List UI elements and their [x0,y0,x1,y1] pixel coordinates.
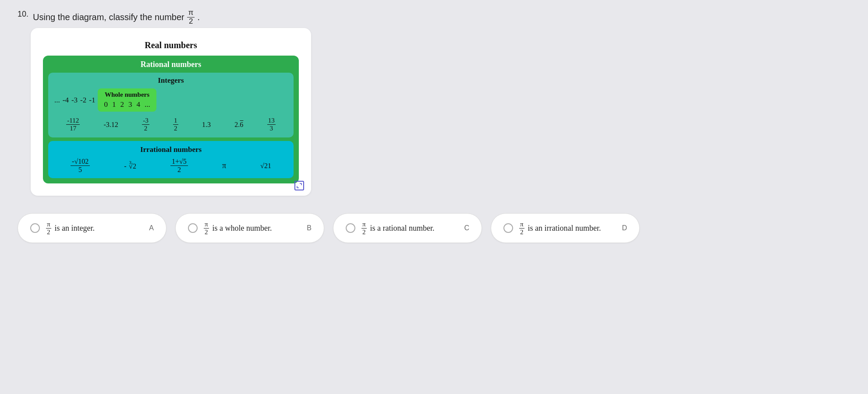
rational-title: Rational numbers [48,60,294,69]
whole-3: 3 [128,100,132,109]
irr-ex-3: 1+√5 2 [170,158,188,174]
irrational-examples: -√102 5 -3√2 1+√5 2 π √21 [53,158,288,174]
radio-d[interactable] [503,223,513,233]
whole-ellipsis: ... [145,100,150,109]
radio-c[interactable] [346,223,355,233]
choice-d-content: π 2 is an irrational number. [519,221,616,236]
choice-c-text: is a rational number. [370,224,435,233]
neg-int-1: -1 [89,96,95,105]
diagram-card: Real numbers Rational numbers Integers .… [31,28,311,196]
question-fraction: π 2 [187,9,195,25]
radio-a[interactable] [30,223,40,233]
whole-4: 4 [136,100,140,109]
fraction-denominator: 2 [188,18,194,26]
irr-ex-4: π [222,161,226,170]
choice-b-fraction: π 2 [204,221,209,236]
choice-d[interactable]: π 2 is an irrational number. D [491,213,640,243]
neg-int-3: -3 [71,96,78,105]
question-suffix: . [197,12,200,22]
irr-ex-5: √21 [260,162,271,170]
neg-int-ellipsis: ... [54,96,60,105]
choice-b-text: is a whole number. [213,224,272,233]
question-text: Using the diagram, classify the number π… [33,9,200,25]
fraction-numerator: π [187,9,195,18]
choice-c-label: C [464,224,469,232]
choice-a[interactable]: π 2 is an integer. A [18,213,167,243]
rational-ex-2: -3.12 [104,121,118,129]
irrational-box: Irrational numbers -√102 5 -3√2 1+√5 2 π [48,141,294,178]
irrational-title: Irrational numbers [53,145,288,154]
neg-int-2: -2 [80,96,86,105]
choice-b-label: B [307,224,312,232]
rational-ex-1: -112 17 [66,117,80,132]
choice-a-content: π 2 is an integer. [46,221,143,236]
choice-c-content: π 2 is a rational number. [361,221,458,236]
choice-a-fraction: π 2 [46,221,51,236]
question-number: 10. [18,10,28,19]
choice-a-text: is an integer. [55,224,95,233]
integers-title: Integers [53,76,289,85]
rational-ex-5: 1.3 [202,121,211,129]
choice-a-label: A [149,224,154,232]
choice-b-content: π 2 is a whole number. [204,221,301,236]
choice-b[interactable]: π 2 is a whole number. B [175,213,324,243]
choices-row: π 2 is an integer. A π 2 is a whole numb… [18,213,850,243]
diagram-title: Real numbers [43,40,299,50]
choice-c[interactable]: π 2 is a rational number. C [333,213,482,243]
choice-d-fraction: π 2 [519,221,524,236]
rational-ex-4: 1 2 [173,117,178,132]
rational-ex-7: 13 3 [267,117,276,132]
question-prefix: Using the diagram, classify the number [33,12,184,22]
choice-d-text: is an irrational number. [528,224,601,233]
irr-ex-2: -3√2 [124,162,136,170]
rational-examples: -112 17 -3.12 -3 2 1 2 1.3 2.6 13 3 [53,113,289,133]
radio-b[interactable] [188,223,198,233]
whole-2: 2 [120,100,124,109]
expand-icon[interactable] [294,181,304,190]
rational-ex-6: 2.6 [234,121,243,129]
choice-d-label: D [622,224,627,232]
choice-c-fraction: π 2 [361,221,367,236]
neg-int-4: -4 [63,96,69,105]
rational-box: Rational numbers Integers ... -4 -3 -2 -… [43,56,299,183]
integers-box: Integers ... -4 -3 -2 -1 Whole numbers 0… [48,73,294,137]
whole-1: 1 [112,100,116,109]
whole-numbers-title: Whole numbers [105,91,149,98]
whole-0: 0 [104,100,108,109]
whole-numbers-box: Whole numbers 0 1 2 3 4 ... [98,88,156,112]
rational-ex-3: -3 2 [142,117,149,132]
irr-ex-1: -√102 5 [71,158,90,174]
